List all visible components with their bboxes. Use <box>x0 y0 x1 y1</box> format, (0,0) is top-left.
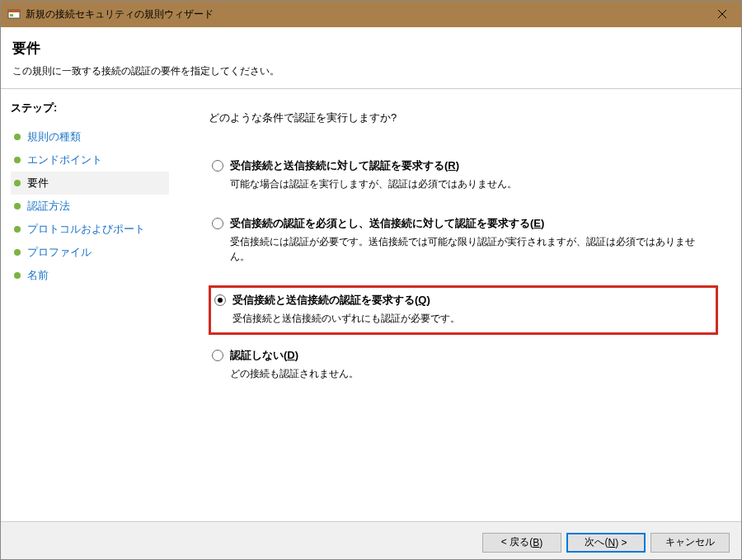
bullet-icon <box>14 249 21 256</box>
close-icon <box>718 10 726 18</box>
question-text: どのような条件で認証を実行しますか? <box>209 111 718 125</box>
content-area: ステップ: 規則の種類 エンドポイント 要件 認証方法 プロトコルおよびポート … <box>1 89 741 521</box>
sidebar-title: ステップ: <box>11 101 169 115</box>
option-require-both[interactable]: 受信接続と送信接続の認証を要求する(Q) 受信接続と送信接続のいずれにも認証が必… <box>209 285 718 335</box>
sidebar-item-label: エンドポイント <box>27 153 102 167</box>
sidebar-item-protocol-port[interactable]: プロトコルおよびポート <box>11 218 169 241</box>
sidebar-item-profile[interactable]: プロファイル <box>11 241 169 264</box>
page-subtitle: この規則に一致する接続の認証の要件を指定してください。 <box>12 64 728 78</box>
sidebar-item-name[interactable]: 名前 <box>11 264 169 287</box>
bullet-icon <box>14 272 21 279</box>
app-icon <box>7 7 21 21</box>
titlebar: 新規の接続セキュリティの規則ウィザード <box>1 1 741 27</box>
option-request-auth[interactable]: 受信接続と送信接続に対して認証を要求する(R) 可能な場合は認証を実行しますが、… <box>209 155 718 195</box>
sidebar-item-auth-method[interactable]: 認証方法 <box>11 195 169 218</box>
radio-icon[interactable] <box>212 218 223 229</box>
svg-rect-2 <box>10 14 13 16</box>
back-button[interactable]: < 戻る(B) <box>482 533 561 553</box>
wizard-header: 要件 この規則に一致する接続の認証の要件を指定してください。 <box>1 27 741 88</box>
steps-sidebar: ステップ: 規則の種類 エンドポイント 要件 認証方法 プロトコルおよびポート … <box>1 89 179 521</box>
sidebar-item-label: プロファイル <box>27 245 92 260</box>
window-title: 新規の接続セキュリティの規則ウィザード <box>26 7 703 21</box>
sidebar-item-endpoint[interactable]: エンドポイント <box>11 148 169 172</box>
next-button[interactable]: 次へ(N) > <box>566 533 646 553</box>
bullet-icon <box>14 203 21 209</box>
page-title: 要件 <box>12 39 728 58</box>
bullet-icon <box>14 180 21 186</box>
option-label: 受信接続と送信接続に対して認証を要求する(R) <box>230 158 459 173</box>
radio-icon[interactable] <box>214 294 226 306</box>
wizard-footer: < 戻る(B) 次へ(N) > キャンセル <box>1 521 741 560</box>
cancel-button[interactable]: キャンセル <box>650 533 730 553</box>
sidebar-item-label: 認証方法 <box>27 199 70 214</box>
close-button[interactable] <box>703 1 741 27</box>
option-desc: どの接続も認証されません。 <box>230 366 711 381</box>
bullet-icon <box>14 134 21 140</box>
sidebar-item-label: プロトコルおよびポート <box>27 222 145 237</box>
sidebar-item-label: 規則の種類 <box>27 129 81 144</box>
option-desc: 可能な場合は認証を実行しますが、認証は必須ではありません。 <box>230 176 711 191</box>
radio-icon[interactable] <box>212 350 223 361</box>
option-label: 受信接続と送信接続の認証を要求する(Q) <box>232 293 430 308</box>
option-label: 受信接続の認証を必須とし、送信接続に対して認証を要求する(E) <box>230 216 544 231</box>
bullet-icon <box>14 226 21 233</box>
bullet-icon <box>14 157 21 163</box>
svg-rect-1 <box>8 10 20 12</box>
sidebar-item-rule-type[interactable]: 規則の種類 <box>11 125 169 148</box>
option-no-auth[interactable]: 認証しない(D) どの接続も認証されません。 <box>209 345 718 384</box>
main-panel: どのような条件で認証を実行しますか? 受信接続と送信接続に対して認証を要求する(… <box>179 89 741 521</box>
option-label: 認証しない(D) <box>230 348 298 363</box>
option-desc: 受信接続には認証が必要です。送信接続では可能な限り認証が実行されますが、認証は必… <box>230 234 711 264</box>
sidebar-item-label: 名前 <box>27 268 49 283</box>
option-desc: 受信接続と送信接続のいずれにも認証が必要です。 <box>232 311 709 326</box>
radio-icon[interactable] <box>212 160 223 172</box>
sidebar-item-requirements[interactable]: 要件 <box>11 172 169 195</box>
option-require-inbound[interactable]: 受信接続の認証を必須とし、送信接続に対して認証を要求する(E) 受信接続には認証… <box>209 213 718 267</box>
sidebar-item-label: 要件 <box>27 176 49 191</box>
